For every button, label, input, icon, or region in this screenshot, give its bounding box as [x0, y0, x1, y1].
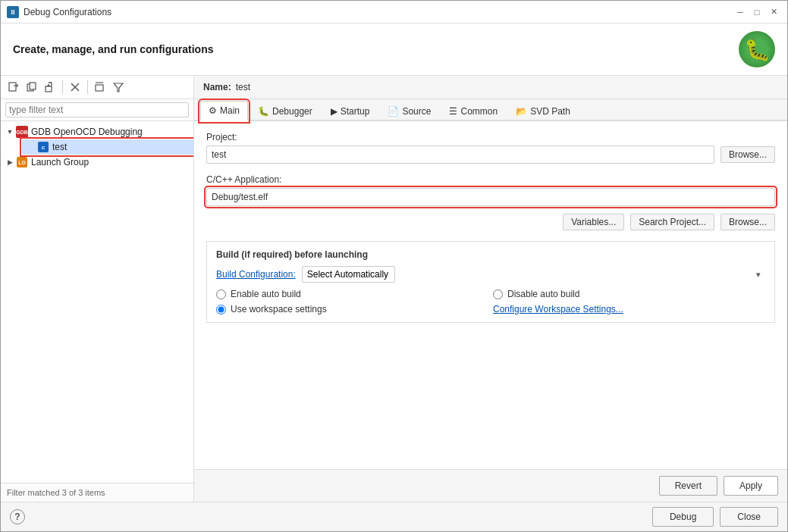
bottom-action-bar: Revert Apply — [194, 469, 787, 502]
build-section: Build (if required) before launching Bui… — [206, 241, 775, 323]
window-icon: II — [7, 6, 19, 18]
project-input[interactable] — [206, 146, 714, 164]
build-radio-group: Enable auto build Disable auto build Use… — [216, 289, 765, 315]
name-label: Name: — [203, 82, 231, 92]
svg-marker-11 — [114, 83, 123, 92]
debugger-tab-label: Debugger — [272, 106, 312, 117]
build-config-row: Build Configuration: Select Automaticall… — [216, 266, 765, 283]
startup-tab-label: Startup — [341, 106, 370, 117]
disable-auto-build-radio[interactable] — [493, 289, 503, 299]
toolbar-separator-1 — [62, 80, 63, 94]
tab-debugger[interactable]: 🐛 Debugger — [250, 101, 321, 121]
debugger-tab-icon: 🐛 — [258, 106, 269, 117]
new-config-button[interactable] — [5, 79, 22, 95]
close-window-button[interactable]: ✕ — [766, 5, 781, 20]
filter-status-text: Filter matched 3 of 3 items — [7, 488, 105, 497]
right-panel: Name: test ⚙ Main 🐛 Debugger ▶ Startup — [194, 76, 787, 502]
c-icon: c — [38, 142, 49, 152]
expand-gdb-icon: ▼ — [5, 127, 14, 136]
build-config-select-wrap: Select Automatically Debug Release — [302, 266, 765, 283]
common-tab-label: Common — [460, 106, 498, 117]
svg-rect-5 — [46, 86, 52, 92]
svd-tab-icon: 📂 — [516, 106, 527, 117]
tree-area: ▼ GDB GDB OpenOCD Debugging c test — [1, 121, 193, 483]
maximize-button[interactable]: □ — [749, 5, 764, 20]
left-panel: ▼ GDB GDB OpenOCD Debugging c test — [1, 76, 194, 502]
main-tab-label: Main — [220, 105, 240, 116]
name-value: test — [236, 82, 250, 92]
main-tab-icon: ⚙ — [209, 105, 217, 116]
left-toolbar — [1, 76, 193, 99]
app-browse-button[interactable]: Browse... — [721, 214, 775, 230]
project-group: Project: Browse... — [206, 132, 775, 164]
search-project-button[interactable]: Search Project... — [630, 214, 714, 230]
app-group: C/C++ Application: Variables... Search P… — [206, 174, 775, 230]
disable-auto-build-label: Disable auto build — [507, 289, 579, 299]
tree-children-gdb: c test — [1, 139, 193, 155]
help-button[interactable]: ? — [10, 509, 25, 524]
tree-node-test[interactable]: c test — [22, 139, 193, 155]
debug-button[interactable]: Debug — [652, 507, 714, 527]
source-tab-icon: 📄 — [388, 106, 399, 117]
tabs-bar: ⚙ Main 🐛 Debugger ▶ Startup 📄 Source ☰ — [194, 99, 787, 121]
toolbar-separator-2 — [87, 80, 88, 94]
tab-source[interactable]: 📄 Source — [379, 101, 439, 121]
minimize-button[interactable]: ─ — [733, 5, 748, 20]
duplicate-button[interactable] — [24, 79, 40, 95]
left-panel-footer: Filter matched 3 of 3 items — [1, 483, 193, 502]
revert-button[interactable]: Revert — [659, 476, 717, 496]
disable-auto-build-row: Disable auto build — [493, 289, 765, 299]
tree-node-gdb[interactable]: ▼ GDB GDB OpenOCD Debugging — [1, 124, 193, 139]
app-label: C/C++ Application: — [206, 174, 775, 185]
title-bar-controls: ─ □ ✕ — [733, 5, 781, 20]
icon-letters: II — [11, 8, 14, 16]
tab-common[interactable]: ☰ Common — [441, 101, 506, 121]
config-content: Project: Browse... C/C++ Application: Va… — [194, 121, 787, 469]
apply-button[interactable]: Apply — [724, 476, 778, 496]
delete-button[interactable] — [67, 79, 83, 95]
tab-svd-path[interactable]: 📂 SVD Path — [507, 101, 579, 121]
close-button[interactable]: Close — [720, 507, 778, 527]
debug-configurations-window: II Debug Configurations ─ □ ✕ Create, ma… — [0, 0, 788, 532]
test-node-icon: c — [37, 141, 49, 153]
startup-tab-icon: ▶ — [331, 106, 337, 117]
configure-workspace-link[interactable]: Configure Workspace Settings... — [493, 304, 623, 315]
app-input[interactable] — [206, 188, 775, 206]
use-workspace-label: Use workspace settings — [231, 304, 327, 315]
header-area: Create, manage, and run configurations 🐛 — [1, 23, 787, 76]
enable-auto-build-row: Enable auto build — [216, 289, 488, 299]
use-workspace-radio[interactable] — [216, 305, 226, 315]
window-title: Debug Configurations — [24, 7, 111, 17]
tab-startup[interactable]: ▶ Startup — [322, 101, 378, 121]
footer-buttons: Debug Close — [652, 507, 778, 527]
common-tab-icon: ☰ — [449, 106, 457, 117]
app-buttons-row: Variables... Search Project... Browse... — [206, 214, 775, 230]
gdb-node-label: GDB OpenOCD Debugging — [31, 127, 143, 137]
name-row: Name: test — [194, 76, 787, 99]
build-config-label[interactable]: Build Configuration: — [216, 269, 296, 280]
header-title: Create, manage, and run configurations — [13, 43, 214, 55]
launch-node-icon: LG — [16, 156, 28, 168]
bug-header-icon: 🐛 — [739, 31, 775, 67]
svd-tab-label: SVD Path — [530, 106, 570, 117]
enable-auto-build-label: Enable auto build — [231, 289, 301, 299]
tree-node-launch-group[interactable]: ▶ LG Launch Group — [1, 155, 193, 170]
title-bar: II Debug Configurations ─ □ ✕ — [1, 1, 787, 23]
collapse-all-button[interactable] — [92, 79, 108, 95]
filter-button[interactable] — [110, 79, 127, 95]
svg-rect-9 — [96, 85, 103, 91]
enable-auto-build-radio[interactable] — [216, 289, 226, 299]
test-node-label: test — [52, 142, 67, 152]
project-label: Project: — [206, 132, 775, 142]
project-browse-button[interactable]: Browse... — [721, 146, 775, 163]
build-config-select[interactable]: Select Automatically Debug Release — [302, 266, 395, 283]
filter-input-wrap — [1, 99, 193, 121]
title-bar-left: II Debug Configurations — [7, 6, 111, 18]
tab-main[interactable]: ⚙ Main — [200, 101, 248, 121]
expand-test-icon — [27, 142, 36, 152]
export-button[interactable] — [42, 79, 58, 95]
project-row: Browse... — [206, 146, 775, 164]
filter-input[interactable] — [5, 102, 189, 117]
variables-button[interactable]: Variables... — [563, 214, 624, 230]
svg-rect-0 — [9, 83, 16, 91]
